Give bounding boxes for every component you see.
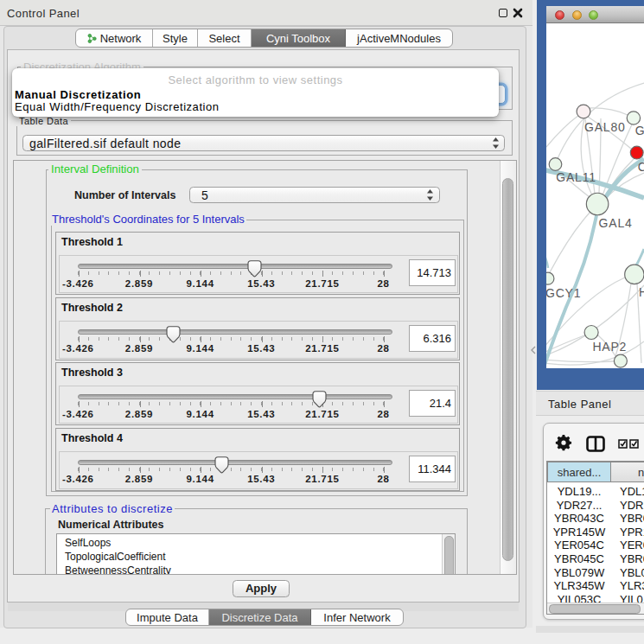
svg-text:GCY1: GCY1 — [546, 286, 581, 300]
svg-text:CD: CD — [638, 160, 644, 174]
svg-text:GAL80: GAL80 — [584, 120, 626, 134]
svg-text:GAL4: GAL4 — [599, 216, 633, 230]
svg-text:H: H — [639, 285, 644, 299]
svg-text:GA: GA — [635, 124, 644, 137]
svg-text:HAP2: HAP2 — [592, 340, 627, 354]
svg-text:GAL11: GAL11 — [556, 170, 596, 184]
